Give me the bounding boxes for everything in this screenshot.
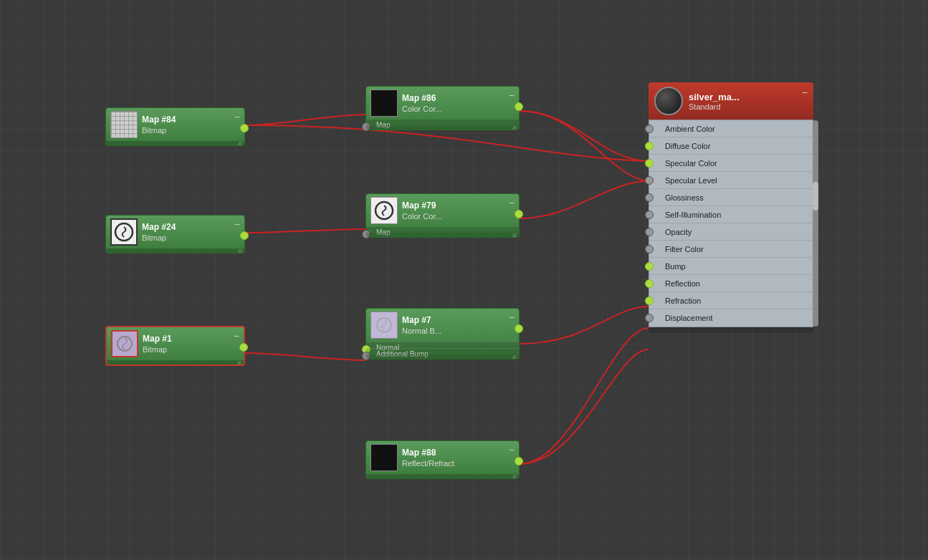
material-port-reflection[interactable]	[645, 279, 654, 288]
node-map1-subtitle: Bitmap	[143, 345, 172, 354]
node-map24-collapse[interactable]: −	[234, 218, 240, 230]
material-port-diffuse[interactable]	[645, 142, 654, 150]
material-port-filter-color[interactable]	[645, 245, 654, 254]
node-map79-thumb	[370, 197, 398, 224]
material-label-bump: Bump	[665, 262, 686, 271]
material-thumbnail	[654, 87, 683, 115]
node-map88-title: Map #88	[402, 448, 454, 459]
material-body: Ambient Color Diffuse Color Specular Col…	[649, 120, 813, 327]
node-map88-subtitle: Reflect/Refract	[402, 459, 454, 468]
material-port-specular-color[interactable]	[645, 159, 654, 168]
material-row-filter-color[interactable]: Filter Color	[649, 241, 813, 258]
material-row-specular-color[interactable]: Specular Color	[649, 155, 813, 172]
material-footer	[649, 327, 813, 333]
material-collapse[interactable]: −	[802, 87, 808, 98]
node-map79-title: Map #79	[402, 201, 442, 212]
node-map1-out-port[interactable]	[239, 343, 248, 352]
material-port-refraction[interactable]	[645, 296, 654, 305]
node-map1[interactable]: Map #1 Bitmap −	[105, 326, 245, 366]
node-map79[interactable]: Map #79 Color Cor... − Map	[365, 193, 520, 238]
node-map79-out-port[interactable]	[515, 210, 523, 218]
node-map88[interactable]: Map #88 Reflect/Refract −	[365, 440, 520, 479]
material-label-reflection: Reflection	[665, 279, 700, 288]
material-label-specular-level: Specular Level	[665, 176, 717, 185]
node-map79-collapse[interactable]: −	[509, 197, 515, 208]
node-map86[interactable]: Map #86 Color Cor... − Map	[365, 86, 520, 130]
material-row-bump[interactable]: Bump	[649, 258, 813, 275]
material-row-reflection[interactable]: Reflection	[649, 275, 813, 292]
material-port-glossiness[interactable]	[645, 193, 654, 202]
node-map84-out-port[interactable]	[240, 124, 249, 132]
material-row-refraction[interactable]: Refraction	[649, 292, 813, 309]
node-map1-collapse[interactable]: −	[234, 330, 239, 342]
node-map88-out-port[interactable]	[515, 457, 523, 465]
node-map86-subtitle: Color Cor...	[402, 105, 442, 113]
node-map24-title: Map #24	[142, 222, 176, 233]
material-header: silver_ma... Standard −	[649, 82, 813, 120]
material-label-filter-color: Filter Color	[665, 245, 704, 254]
node-map24[interactable]: Map #24 Bitmap −	[105, 215, 245, 254]
material-row-glossiness[interactable]: Glossiness	[649, 189, 813, 206]
material-subtitle: Standard	[689, 102, 740, 111]
material-title: silver_ma...	[689, 92, 740, 102]
node-map86-out-port[interactable]	[515, 102, 523, 111]
material-port-ambient[interactable]	[645, 125, 654, 133]
node-map84-thumb	[110, 111, 138, 138]
node-map88-thumb	[370, 444, 398, 471]
node-map24-thumb	[110, 218, 138, 246]
material-row-ambient[interactable]: Ambient Color	[649, 120, 813, 137]
material-label-self-illum: Self-Illumination	[665, 211, 721, 219]
material-row-diffuse[interactable]: Diffuse Color	[649, 137, 813, 155]
material-port-specular-level[interactable]	[645, 176, 654, 185]
material-port-opacity[interactable]	[645, 228, 654, 236]
node-map1-thumb	[111, 330, 138, 357]
node-map24-out-port[interactable]	[240, 231, 249, 240]
material-label-specular-color: Specular Color	[665, 159, 717, 168]
material-label-opacity: Opacity	[665, 228, 692, 236]
node-map86-collapse[interactable]: −	[509, 90, 515, 101]
node-map7-title: Map #7	[402, 315, 441, 327]
material-port-self-illum[interactable]	[645, 211, 654, 219]
node-map86-thumb	[370, 90, 398, 117]
node-map84-collapse[interactable]: −	[234, 111, 240, 122]
material-scrollbar-thumb[interactable]	[813, 182, 818, 211]
material-port-bump[interactable]	[645, 262, 654, 271]
node-map86-title: Map #86	[402, 93, 442, 105]
material-node[interactable]: silver_ma... Standard − Ambient Color Di…	[649, 82, 813, 333]
material-label-glossiness: Glossiness	[665, 193, 704, 202]
material-label-diffuse: Diffuse Color	[665, 142, 710, 150]
node-map24-subtitle: Bitmap	[142, 233, 176, 242]
material-row-specular-level[interactable]: Specular Level	[649, 172, 813, 189]
node-map7-subtitle: Normal B...	[402, 327, 441, 335]
node-map84-title: Map #84	[142, 115, 176, 126]
material-scrollbar[interactable]	[813, 120, 818, 327]
node-map1-title: Map #1	[143, 334, 172, 345]
node-map79-subtitle: Color Cor...	[402, 212, 442, 221]
node-map7-out-port[interactable]	[515, 324, 523, 333]
node-map84-subtitle: Bitmap	[142, 126, 176, 135]
material-row-opacity[interactable]: Opacity	[649, 223, 813, 241]
material-port-displacement[interactable]	[645, 314, 654, 322]
material-row-displacement[interactable]: Displacement	[649, 309, 813, 327]
node-map84[interactable]: Map #84 Bitmap −	[105, 107, 245, 146]
node-map7[interactable]: Map #7 Normal B... − Normal Additional B…	[365, 308, 520, 359]
node-map7-thumb	[370, 312, 398, 339]
material-label-ambient: Ambient Color	[665, 125, 715, 133]
node-map7-collapse[interactable]: −	[509, 312, 515, 323]
material-row-self-illum[interactable]: Self-Illumination	[649, 206, 813, 223]
material-label-refraction: Refraction	[665, 296, 701, 305]
material-label-displacement: Displacement	[665, 314, 713, 322]
node-map88-collapse[interactable]: −	[509, 444, 515, 455]
